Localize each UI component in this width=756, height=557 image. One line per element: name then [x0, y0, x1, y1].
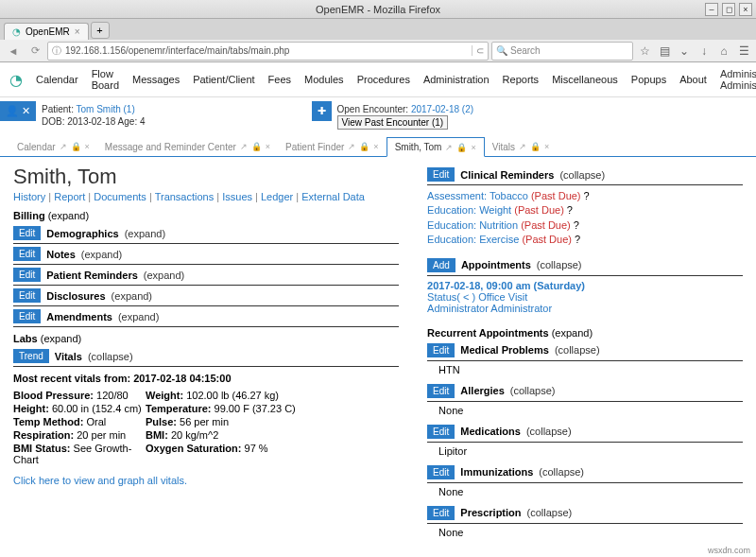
menu-about[interactable]: About	[679, 74, 707, 85]
appts-label[interactable]: Appointments	[461, 259, 531, 270]
nav-issues[interactable]: Issues	[222, 191, 252, 202]
tab-close-icon[interactable]: ×	[75, 26, 80, 37]
edit-clinical-button[interactable]: Edit	[427, 167, 455, 182]
demographics-label[interactable]: Demographics	[46, 228, 118, 239]
edit-notes-button[interactable]: Edit	[13, 247, 41, 261]
vitals-label[interactable]: Vitals	[55, 351, 82, 362]
tab-lock-icon[interactable]: 🔒	[71, 142, 81, 151]
window-maximize[interactable]: ◻	[722, 3, 735, 16]
labs-header[interactable]: Labs (expand)	[13, 333, 399, 344]
encounter-add-button[interactable]: ✚	[312, 101, 332, 121]
tab-calendar[interactable]: Calendar↗🔒×	[9, 138, 97, 156]
edit-demographics-button[interactable]: Edit	[13, 226, 41, 240]
edit-problems-button[interactable]: Edit	[427, 343, 455, 357]
menu-icon[interactable]: ☰	[735, 44, 752, 58]
view-past-encounter-button[interactable]: View Past Encounter (1)	[337, 115, 449, 130]
tab-popout-icon[interactable]: ↗	[60, 142, 67, 151]
menu-procedures[interactable]: Procedures	[357, 74, 410, 85]
trend-vitals-button[interactable]: Trend	[13, 349, 49, 363]
tab-lock-icon[interactable]: 🔒	[530, 142, 541, 151]
tab-lock-icon[interactable]: 🔒	[456, 143, 467, 152]
medications-label[interactable]: Medications	[460, 426, 521, 437]
patient-name-link[interactable]: Tom Smith (1)	[77, 104, 135, 114]
prescription-label[interactable]: Prescription	[460, 507, 521, 518]
edit-prescription-button[interactable]: Edit	[427, 506, 455, 520]
back-button[interactable]: ◄	[4, 42, 23, 61]
view-all-vitals-link[interactable]: Click here to view and graph all vitals.	[13, 475, 399, 486]
immunizations-label[interactable]: Immunizations	[460, 466, 533, 478]
tab-patient-finder[interactable]: Patient Finder↗🔒×	[278, 138, 387, 156]
edit-immunizations-button[interactable]: Edit	[427, 465, 455, 479]
window-minimize[interactable]: –	[705, 3, 718, 16]
amendments-label[interactable]: Amendments	[46, 311, 112, 322]
tab-close-icon[interactable]: ×	[85, 142, 90, 151]
appt-who[interactable]: Administrator Administrator	[427, 303, 552, 314]
tab-close-icon[interactable]: ×	[266, 142, 270, 151]
nav-history[interactable]: History	[13, 191, 45, 202]
billing-header[interactable]: Billing (expand)	[13, 210, 399, 221]
edit-reminders-button[interactable]: Edit	[13, 268, 41, 282]
tab-lock-icon[interactable]: 🔒	[251, 142, 262, 151]
close-icon[interactable]: ✕	[22, 105, 30, 117]
patient-clear-button[interactable]: 👤 ✕	[0, 101, 36, 121]
edit-medications-button[interactable]: Edit	[427, 425, 455, 439]
menu-flowboard[interactable]: Flow Board	[92, 68, 119, 91]
library-icon[interactable]: ▤	[656, 44, 673, 58]
tab-close-icon[interactable]: ×	[471, 143, 475, 152]
go-icon[interactable]: ⊂	[472, 45, 484, 56]
problems-label[interactable]: Medical Problems	[460, 344, 549, 356]
reminder-exercise[interactable]: Education: Exercise	[427, 234, 519, 245]
pocket-icon[interactable]: ⌄	[676, 44, 693, 58]
add-appt-button[interactable]: Add	[427, 258, 455, 272]
menu-calendar[interactable]: Calendar	[36, 74, 78, 85]
menu-modules[interactable]: Modules	[304, 74, 344, 85]
reminders-label[interactable]: Patient Reminders	[46, 270, 138, 281]
tab-popout-icon[interactable]: ↗	[240, 142, 248, 151]
reminder-nutrition[interactable]: Education: Nutrition	[427, 219, 518, 231]
appt-date[interactable]: 2017-02-18, 09:00 am (Saturday)	[427, 280, 743, 291]
tab-popout-icon[interactable]: ↗	[519, 142, 526, 151]
window-close[interactable]: ×	[739, 3, 752, 16]
clinical-label[interactable]: Clinical Reminders	[460, 169, 554, 181]
notes-label[interactable]: Notes	[46, 249, 76, 260]
nav-external[interactable]: External Data	[301, 191, 365, 202]
menu-popups[interactable]: Popups	[631, 74, 666, 85]
tab-patient-smith[interactable]: Smith, Tom↗🔒×	[387, 137, 485, 157]
encounter-link[interactable]: 2017-02-18 (2)	[411, 104, 473, 114]
nav-ledger[interactable]: Ledger	[261, 191, 293, 202]
disclosures-label[interactable]: Disclosures	[46, 290, 105, 302]
edit-amendments-button[interactable]: Edit	[13, 309, 41, 323]
nav-transactions[interactable]: Transactions	[155, 191, 215, 202]
user-label[interactable]: Administrator Administrator	[720, 68, 756, 91]
recurrent-header[interactable]: Recurrent Appointments (expand)	[427, 327, 743, 339]
tab-close-icon[interactable]: ×	[544, 142, 549, 151]
reminder-weight[interactable]: Education: Weight	[427, 204, 511, 216]
tab-popout-icon[interactable]: ↗	[348, 142, 355, 151]
menu-fees[interactable]: Fees	[268, 74, 291, 85]
menu-reports[interactable]: Reports	[503, 74, 540, 85]
tab-messages[interactable]: Message and Reminder Center↗🔒×	[97, 138, 278, 156]
tab-lock-icon[interactable]: 🔒	[359, 142, 369, 151]
search-input[interactable]: 🔍 Search	[491, 42, 633, 61]
reload-button[interactable]: ⟳	[26, 42, 44, 61]
app-logo-icon[interactable]: ◔	[9, 71, 23, 89]
menu-misc[interactable]: Miscellaneous	[552, 74, 618, 85]
reminder-tobacco[interactable]: Assessment: Tobacco	[427, 190, 528, 201]
downloads-icon[interactable]: ↓	[696, 44, 713, 58]
nav-documents[interactable]: Documents	[94, 191, 146, 202]
bookmark-icon[interactable]: ☆	[636, 44, 653, 58]
tab-vitals[interactable]: Vitals↗🔒×	[485, 138, 558, 156]
edit-disclosures-button[interactable]: Edit	[13, 288, 41, 303]
nav-report[interactable]: Report	[54, 191, 85, 202]
menu-patient[interactable]: Patient/Client	[193, 74, 254, 85]
appt-status[interactable]: Status( < ) Office Visit	[427, 291, 527, 303]
home-icon[interactable]: ⌂	[715, 44, 732, 58]
new-tab-button[interactable]: +	[91, 22, 110, 39]
allergies-label[interactable]: Allergies	[460, 385, 504, 396]
tab-popout-icon[interactable]: ↗	[445, 143, 453, 152]
edit-allergies-button[interactable]: Edit	[427, 384, 455, 398]
browser-tab[interactable]: ◔ OpenEMR ×	[4, 23, 89, 40]
url-input[interactable]: ⓘ 192.168.1.156/openemr/interface/main/t…	[47, 42, 489, 61]
menu-admin[interactable]: Administration	[423, 74, 490, 85]
menu-messages[interactable]: Messages	[132, 74, 180, 85]
